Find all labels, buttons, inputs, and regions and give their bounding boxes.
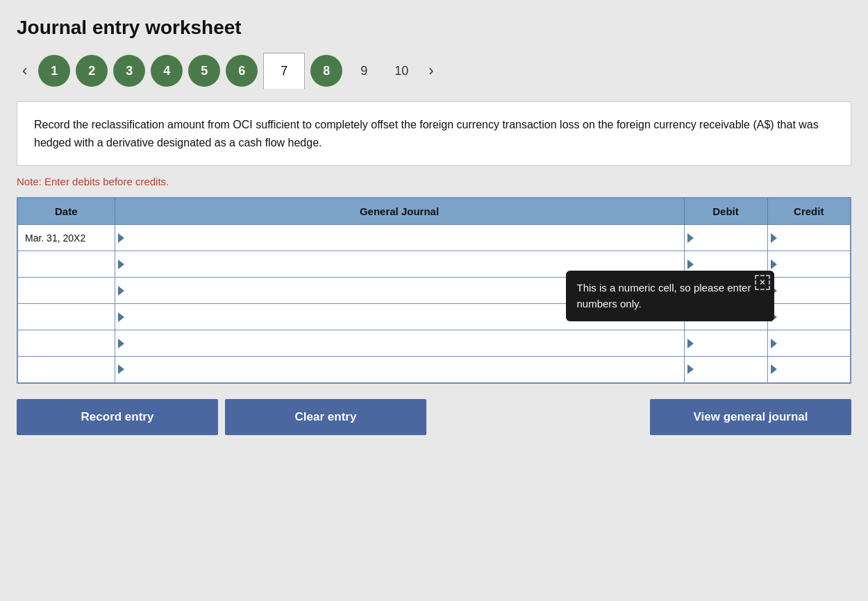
nav-step-3[interactable]: 3 — [113, 55, 145, 87]
credit-cell-3[interactable] — [767, 278, 851, 304]
triangle-icon-credit-3 — [771, 286, 777, 296]
record-entry-button[interactable]: Record entry — [17, 399, 218, 435]
credit-input-6[interactable] — [778, 357, 851, 382]
credit-cell-1[interactable] — [767, 225, 851, 251]
debit-input-1[interactable] — [695, 225, 767, 251]
clear-entry-button[interactable]: Clear entry — [225, 399, 426, 435]
debit-input-4[interactable] — [695, 304, 767, 330]
nav-step-7[interactable]: 7 — [263, 53, 305, 89]
debit-cell-3[interactable]: ✕ This is a numeric cell, so please ente… — [684, 278, 767, 304]
view-general-journal-button[interactable]: View general journal — [650, 399, 851, 435]
col-header-gj: General Journal — [115, 198, 684, 225]
triangle-icon-4 — [118, 312, 124, 322]
triangle-icon-debit-1 — [687, 233, 694, 243]
debit-cell-1[interactable] — [684, 225, 767, 251]
date-cell-4 — [17, 304, 115, 330]
gj-cell-4[interactable] — [115, 304, 684, 330]
credit-input-1[interactable] — [778, 225, 851, 251]
triangle-icon-debit-4 — [687, 312, 694, 322]
nav-next-arrow[interactable]: › — [423, 59, 439, 83]
table-row: ✕ This is a numeric cell, so please ente… — [17, 278, 851, 304]
nav-step-8[interactable]: 8 — [310, 55, 342, 87]
credit-cell-5[interactable] — [767, 330, 851, 357]
debit-input-6[interactable] — [695, 357, 767, 382]
table-row — [17, 251, 851, 278]
nav-step-1[interactable]: 1 — [38, 55, 70, 87]
credit-input-4[interactable] — [778, 304, 851, 330]
date-cell-2 — [17, 251, 115, 278]
table-row — [17, 330, 851, 357]
triangle-icon-3 — [118, 286, 124, 296]
triangle-icon-debit-2 — [687, 260, 694, 269]
gj-input-4[interactable] — [126, 304, 684, 330]
debit-cell-6[interactable] — [684, 357, 767, 383]
debit-input-5[interactable] — [695, 330, 767, 356]
gj-input-1[interactable] — [126, 225, 684, 251]
triangle-icon-6 — [118, 364, 124, 374]
gj-cell-6[interactable] — [115, 357, 684, 383]
nav-step-2[interactable]: 2 — [76, 55, 108, 87]
credit-cell-4[interactable] — [767, 304, 851, 330]
credit-input-5[interactable] — [778, 330, 851, 356]
description-box: Record the reclassification amount from … — [17, 101, 851, 166]
nav-step-5[interactable]: 5 — [188, 55, 220, 87]
navigation-row: ‹ 1 2 3 4 5 6 7 8 9 10 › — [17, 53, 851, 89]
triangle-icon-debit-6 — [687, 364, 694, 374]
triangle-icon-credit-4 — [771, 312, 777, 322]
triangle-icon-credit-1 — [771, 233, 777, 243]
triangle-icon-credit-5 — [771, 339, 777, 348]
gj-input-3[interactable] — [126, 278, 684, 303]
gj-input-5[interactable] — [126, 330, 684, 356]
triangle-icon-2 — [118, 260, 124, 269]
credit-cell-2[interactable] — [767, 251, 851, 278]
credit-input-2[interactable] — [778, 251, 851, 277]
date-cell-5 — [17, 330, 115, 357]
debit-cell-4[interactable] — [684, 304, 767, 330]
credit-input-3[interactable] — [778, 278, 851, 303]
tooltip-close-button[interactable]: ✕ — [755, 275, 770, 290]
nav-prev-arrow[interactable]: ‹ — [17, 59, 33, 83]
triangle-icon-credit-6 — [771, 364, 777, 374]
journal-table: Date General Journal Debit Credit Mar. 3… — [17, 197, 851, 384]
bottom-buttons: Record entry Clear entry View general jo… — [17, 399, 851, 435]
date-cell-6 — [17, 357, 115, 383]
page-title: Journal entry worksheet — [17, 17, 851, 39]
debit-input-2[interactable] — [695, 251, 767, 277]
table-row — [17, 304, 851, 330]
gj-cell-1[interactable] — [115, 225, 684, 251]
triangle-icon-1 — [118, 233, 124, 243]
triangle-icon-credit-2 — [771, 260, 777, 269]
date-cell-3 — [17, 278, 115, 304]
col-header-date: Date — [17, 198, 115, 225]
triangle-icon-5 — [118, 339, 124, 348]
col-header-debit: Debit — [684, 198, 767, 225]
gj-input-6[interactable] — [126, 357, 684, 382]
credit-cell-6[interactable] — [767, 357, 851, 383]
debit-cell-2[interactable] — [684, 251, 767, 278]
gj-input-2[interactable] — [126, 251, 684, 277]
gj-cell-5[interactable] — [115, 330, 684, 357]
date-cell-1: Mar. 31, 20X2 — [17, 225, 115, 251]
gj-cell-3[interactable] — [115, 278, 684, 304]
debit-cell-5[interactable] — [684, 330, 767, 357]
triangle-icon-debit-5 — [687, 339, 694, 348]
note-text: Note: Enter debits before credits. — [17, 176, 851, 187]
gj-cell-2[interactable] — [115, 251, 684, 278]
triangle-icon-debit-3 — [687, 286, 694, 296]
col-header-credit: Credit — [767, 198, 851, 225]
nav-step-10[interactable]: 10 — [385, 55, 417, 87]
nav-step-9[interactable]: 9 — [348, 55, 380, 87]
nav-step-4[interactable]: 4 — [151, 55, 183, 87]
table-row: Mar. 31, 20X2 — [17, 225, 851, 251]
table-row — [17, 357, 851, 383]
nav-step-6[interactable]: 6 — [226, 55, 258, 87]
